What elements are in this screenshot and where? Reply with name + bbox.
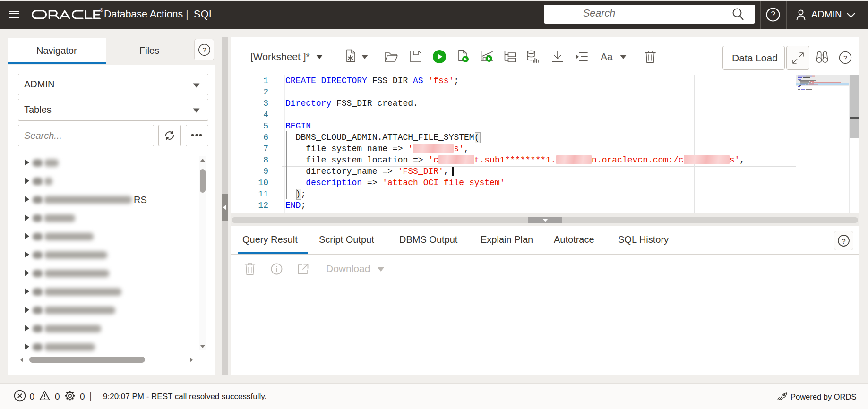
svg-text:?: ? bbox=[771, 10, 775, 19]
svg-text:?: ? bbox=[202, 46, 206, 54]
svg-text:?: ? bbox=[842, 237, 845, 245]
svg-text:?: ? bbox=[843, 54, 847, 62]
